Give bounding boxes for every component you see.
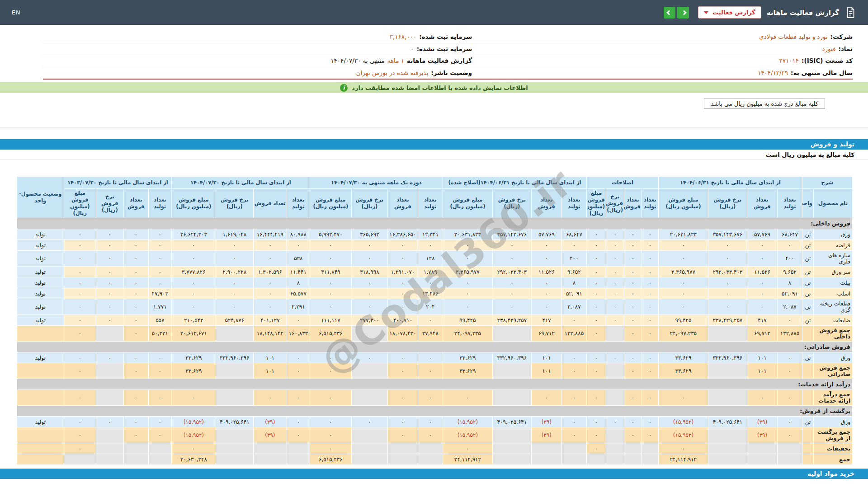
table-cell: ۰ [777,240,802,251]
section-production-sales-bar: تولید و فروش [0,139,868,150]
table-cell: ۰ [418,390,443,406]
table-cell: ۰ [123,251,148,267]
report-pagination [664,7,689,19]
table-cell [387,443,418,454]
table-cell: ۰ [586,299,606,315]
table-cell: ۱,۷۸۹ [418,267,443,277]
table-cell: ۰ [642,267,658,277]
table-cell: ۰ [624,251,642,267]
table-cell: ۰ [310,417,351,427]
table-cell: (۱۵,۹۵۲) [171,427,216,443]
table-cell: ۰ [64,363,96,379]
table-cell: ۳۳۲,۹۶۰,۳۹۶ [492,352,531,363]
table-cell: ۰ [708,288,747,299]
table-cell [561,443,586,454]
table-cell [747,454,777,465]
unit-cell [802,427,813,443]
prev-report-button[interactable] [664,7,675,19]
unit-cell [802,390,813,406]
table-cell: ۰ [253,288,287,299]
period-group-header: اصلاحات [586,177,658,189]
table-cell: ۴۱۷ [531,315,561,326]
section-label: درآمد ارائه خدمات: [17,379,852,390]
table-cell: ۰ [216,240,253,251]
next-report-button[interactable] [677,7,689,19]
table-cell: ۰ [216,288,253,299]
table-cell: ۰ [492,251,531,267]
table-cell: ۰ [387,390,418,406]
table-cell: ۰ [624,326,642,342]
table-cell: ۲۴,۰۹۷,۲۳۵ [658,326,708,342]
report-document-icon[interactable] [844,7,856,19]
table-cell: ۶۸,۶۴۷ [561,229,586,240]
table-cell [216,443,253,454]
unit-cell: تن [802,417,813,427]
product-name-cell: سازه های فلزی [814,251,853,267]
table-cell: ۰ [561,240,586,251]
product-name-cell: جمع [814,454,853,465]
table-cell: ۰ [777,390,802,406]
table-cell: ۰ [642,326,658,342]
table-cell: ۰ [96,417,123,427]
table-cell: ۰ [387,352,418,363]
status-cell: تولید [17,315,64,326]
table-cell: ۰ [561,363,586,379]
table-cell: ۰ [443,299,492,315]
amounts-unit-note: کلیه مبالغ درج شده به میلیون ریال می باش… [704,99,825,109]
product-name-cell: اسلب [814,288,853,299]
table-cell: ۰ [287,417,310,427]
table-cell: ۰ [96,299,123,315]
table-cell [253,454,287,465]
table-cell: ۰ [658,251,708,267]
status-cell [17,427,64,443]
table-cell: ۰ [492,277,531,288]
table-cell: ۰ [606,267,624,277]
section-raw-materials-bar: خرید مواد اولیه [0,469,868,479]
table-cell: ۰ [253,240,287,251]
table-cell: ۰ [443,443,492,454]
table-cell: ۴۰۹,۰۲۵,۶۴۱ [216,417,253,427]
table-cell: ۸۰,۹۸۸ [287,229,310,240]
table-cell: ۰ [123,288,148,299]
table-cell: ۰ [96,352,123,363]
page-title: گزارش فعالیت ماهانه [767,9,839,17]
product-name-cell: ورق [814,352,853,363]
table-cell: ۰ [624,427,642,443]
table-cell: ۳۵۷,۱۴۳,۶۷۶ [492,229,531,240]
table-cell: ۰ [310,427,351,443]
table-cell: ۰ [351,417,387,427]
product-name-cell: جمع درآمد ارائه خدمات [814,390,853,406]
page: { "colors": { "navbar_bg": "#3e4d5c", "a… [0,0,868,488]
table-cell: ۰ [624,417,642,427]
table-cell: ۰ [658,390,708,406]
language-toggle[interactable]: EN [12,9,20,16]
table-row: جمع فروش صادراتی۰۱۰۱۳۳,۶۲۹۰۰۰۰۱۰۱۳۳,۶۲۹۰… [17,363,852,379]
signature-match-notice: اطلاعات نمایش داده شده با اطلاعات امضا ش… [0,82,868,93]
table-cell: ۰ [253,299,287,315]
info-field: وضعیت ناشر:پذیرفته شده در بورس تهران [43,69,472,78]
table-cell [642,443,658,454]
measure-header: تعداد تولید [148,189,171,218]
table-cell: ۰ [310,299,351,315]
table-cell: ۰ [606,229,624,240]
section-label: فروش داخلی: [17,218,852,229]
product-name-cell: ضایعات [814,315,853,326]
table-cell: ۵۷,۷۶۹ [531,229,561,240]
table-cell: ۰ [123,315,148,326]
table-cell [351,427,387,443]
unit-cell [802,326,813,342]
table-cell: ۰ [606,240,624,251]
status-cell [17,454,64,465]
table-cell [777,443,802,454]
table-cell [747,443,777,454]
table-cell: ۴۰۹,۰۲۵,۶۴۱ [492,417,531,427]
measure-header: مبلغ فروش (میلیون ریال) [64,189,96,218]
table-cell: ۰ [64,443,96,454]
table-cell: ۰ [586,326,606,342]
measure-header: نرخ فروش (ریال) [708,189,747,218]
table-cell: ۰ [64,277,96,288]
report-type-dropdown[interactable]: گزارش فعالیت [698,6,761,19]
info-field: سرمایه ثبت شده:۳,۱۶۸,۰۰۰ [43,33,472,42]
table-cell: ۲,۹۰۰,۲۲۸ [216,267,253,277]
table-cell: ۰ [387,277,418,288]
